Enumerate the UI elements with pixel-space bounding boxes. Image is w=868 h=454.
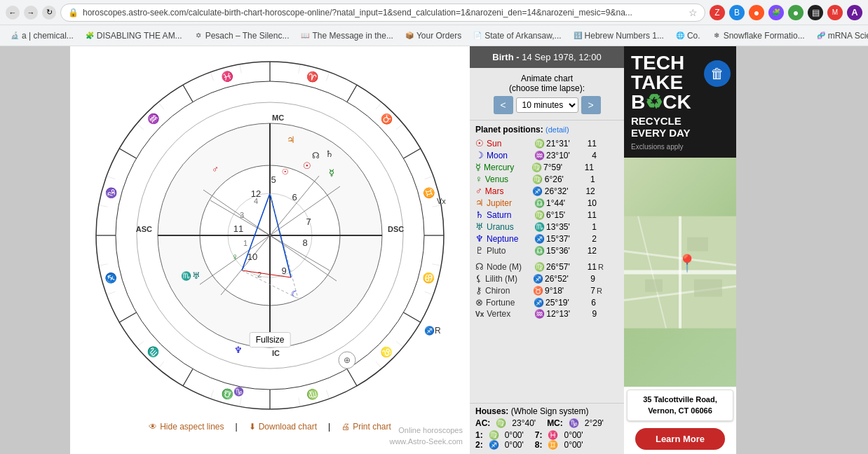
svg-text:5: 5 (271, 174, 276, 185)
uranus-link[interactable]: Uranus (487, 222, 532, 232)
animate-controls: < 10 minutes 1 hour 1 day 1 week 1 month… (475, 96, 618, 114)
svg-text:♃: ♃ (287, 135, 295, 145)
bookmark-arkansas[interactable]: 📄 State of Arkansaw,... (468, 29, 565, 42)
user-avatar[interactable]: A (847, 5, 862, 20)
saturn-link[interactable]: Saturn (487, 210, 532, 220)
animate-next-button[interactable]: > (581, 96, 601, 114)
extension-icon-6[interactable]: M (827, 5, 843, 20)
ad-recycle-icon: ♻ (645, 91, 663, 113)
svg-text:☊: ☊ (312, 151, 320, 160)
house1-deg: 0°00' (505, 430, 524, 440)
venus-sign-symbol: ♍ (532, 174, 543, 184)
ad-content: TECH TAKE B♻CK RECYCLE EVERY DAY Exclusi… (624, 46, 736, 454)
hide-aspect-link[interactable]: 👁 Hide aspect lines (149, 422, 224, 432)
jupiter-link[interactable]: Jupiter (487, 198, 532, 208)
bookmark-label-4: The Message in the... (312, 31, 393, 41)
natal-chart[interactable]: ♈ ♉ ♊ ♋ ♌ ♍ ♎ ♏ ♐ ♑ ♒ (88, 53, 452, 418)
pluto-icon: ♇ (475, 245, 484, 256)
svg-rect-124 (687, 238, 708, 252)
url-bar[interactable]: 🔒 horoscopes.astro-seek.com/calculate-bi… (60, 4, 705, 22)
bookmark-label-6: State of Arkansaw,... (484, 31, 561, 41)
fullsize-tooltip[interactable]: Fullsize (250, 332, 291, 348)
house7-sign: ♓ (548, 430, 558, 440)
bookmark-favicon-10: 🧬 (816, 31, 826, 41)
vertex-link[interactable]: Vertex (487, 309, 532, 319)
planets-detail-link[interactable]: (detail) (545, 125, 569, 134)
neptune-sign-symbol: ♐ (534, 234, 545, 244)
bookmark-co[interactable]: 🌐 Co. (671, 29, 705, 42)
download-chart-link[interactable]: ⬇ Download chart (249, 422, 317, 432)
refresh-button[interactable]: ↻ (42, 6, 56, 20)
vertex-sign-symbol: ♒ (534, 309, 545, 319)
svg-text:7: 7 (306, 216, 311, 227)
planet-row-sun: ☉ Sun ♍ 21°31' 11 (475, 137, 618, 149)
mars-link[interactable]: Mars (485, 186, 531, 196)
bookmark-message[interactable]: 📖 The Message in the... (296, 29, 397, 42)
vertex-house: 9 (583, 309, 597, 319)
saturn-deg: 6°15' (546, 210, 581, 220)
venus-deg: 6°26' (545, 174, 580, 184)
node-link[interactable]: Node (M) (487, 262, 532, 272)
url-text: horoscopes.astro-seek.com/calculate-birt… (83, 8, 684, 18)
bookmark-orders[interactable]: 📦 Your Orders (400, 29, 466, 42)
chiron-deg: 9°18' (545, 286, 580, 296)
chart-watermark: Online horoscopes www.Astro-Seek.com (389, 425, 463, 447)
fortune-icon: ⊗ (475, 297, 483, 308)
neptune-link[interactable]: Neptune (487, 234, 532, 244)
pluto-house: 12 (583, 246, 597, 256)
mercury-link[interactable]: Mercury (484, 163, 529, 172)
sun-link[interactable]: Sun (487, 139, 532, 149)
print-chart-link[interactable]: 🖨 Print chart (341, 422, 391, 432)
ad-learn-more-button[interactable]: Learn More (635, 428, 725, 450)
neptune-deg: 15°37' (546, 234, 581, 244)
animate-time-select[interactable]: 10 minutes 1 hour 1 day 1 week 1 month (516, 97, 578, 113)
bookmark-favicon-3: ✡ (194, 31, 203, 41)
mars-house: 12 (581, 186, 595, 196)
ad-address-text: 35 Talcottville Road, Vernon, CT 06066 (643, 395, 717, 414)
venus-link[interactable]: Venus (485, 174, 531, 184)
extension-icon-2[interactable]: ● (749, 5, 764, 20)
planet-row-jupiter: ♃ Jupiter ♎ 1°44' 10 (475, 197, 618, 209)
jupiter-icon: ♃ (475, 198, 484, 208)
chiron-link[interactable]: Chiron (485, 286, 531, 296)
download-icon: ⬇ (249, 422, 256, 432)
svg-text:9: 9 (281, 266, 286, 276)
bookmark-hebrew[interactable]: 🔢 Hebrew Numbers 1... (569, 29, 668, 42)
planet-row-node: ☊ Node (M) ♍ 26°57' 11 R (475, 261, 618, 273)
svg-text:⊕: ⊕ (344, 355, 351, 365)
bookmark-star-icon[interactable]: ☆ (689, 7, 698, 18)
forward-button[interactable]: → (24, 6, 38, 20)
house7-deg: 0°00' (564, 430, 583, 440)
bookmark-label-1: a | chemical... (22, 31, 74, 41)
bookmark-pesach[interactable]: ✡ Pesach – The Silenc... (189, 29, 294, 42)
info-panel: Birth - 14 Sep 1978, 12:00 Animate chart… (470, 46, 624, 454)
zoom-icon[interactable]: Z (710, 5, 725, 20)
bookmark-mrna[interactable]: 🧬 mRNA Science and... (812, 29, 868, 42)
lilith-link[interactable]: Lilith (M) (485, 274, 531, 284)
animate-title: Animate chart (choose time lapse): (475, 74, 618, 93)
back-button[interactable]: ← (6, 6, 20, 20)
extension-icon-3[interactable]: 🧩 (768, 5, 784, 20)
svg-rect-126 (694, 280, 722, 297)
jupiter-sign-symbol: ♎ (534, 198, 545, 208)
pluto-link[interactable]: Pluto (487, 246, 532, 256)
planet-row-mercury: ☿ Mercury ♍ 7°59' 11 (475, 161, 618, 173)
moon-link[interactable]: Moon (487, 151, 532, 160)
saturn-sign-symbol: ♍ (534, 210, 545, 220)
ad-address-box: 35 Talcottville Road, Vernon, CT 06066 (627, 390, 733, 421)
ad-exclusions-text: Exclusions apply (631, 143, 729, 151)
house2-deg: 0°00' (505, 440, 524, 450)
animate-prev-button[interactable]: < (494, 96, 513, 114)
sun-deg: 21°31' (546, 139, 581, 149)
bookmark-chemical[interactable]: 🔬 a | chemical... (6, 29, 78, 42)
bookmark-disabling[interactable]: 🧩 DISABLING THE AM... (81, 29, 187, 42)
extension-icon-4[interactable]: ● (788, 5, 803, 20)
extension-icon-1[interactable]: B (729, 5, 745, 20)
mars-deg: 26°32' (545, 186, 580, 196)
extension-icon-5[interactable]: ▤ (808, 5, 823, 20)
bookmark-snowflake[interactable]: ❄ Snowflake Formatio... (707, 29, 809, 42)
planets-title: Planet positions: (detail) (475, 125, 618, 135)
svg-text:DSC: DSC (388, 225, 404, 233)
fortune-link[interactable]: Fortune (486, 298, 531, 308)
house7-label: 7: (535, 430, 543, 440)
